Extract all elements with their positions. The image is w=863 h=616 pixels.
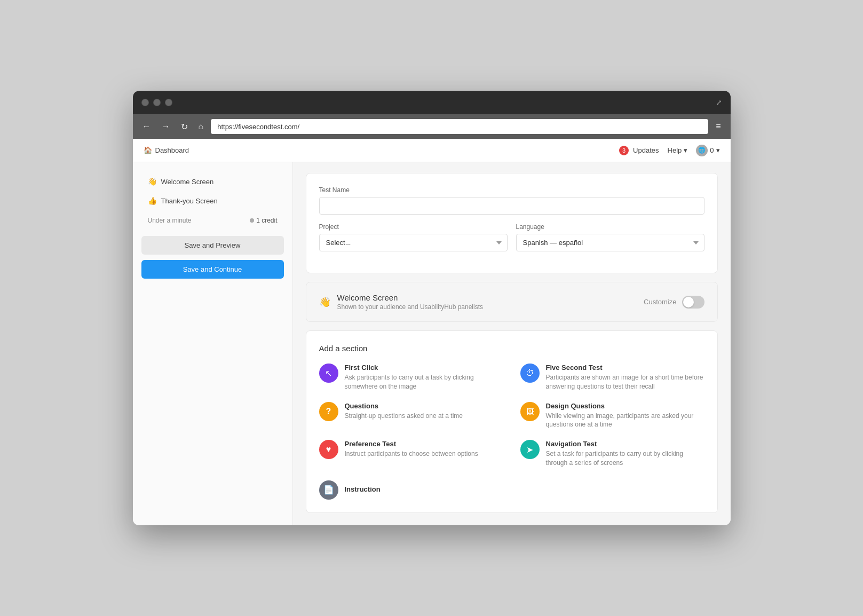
welcome-screen-label: Welcome Screen (161, 178, 214, 186)
language-group: Language Spanish — español English Frenc… (516, 223, 704, 251)
sidebar-buttons: Save and Preview Save and Continue (141, 236, 284, 279)
back-button[interactable]: ← (139, 120, 154, 133)
traffic-light-maximize[interactable] (165, 99, 172, 106)
section-item-preference-test[interactable]: ♥ Preference Test Instruct participants … (319, 440, 503, 468)
questions-title: Questions (345, 402, 503, 410)
first-click-title: First Click (345, 364, 503, 372)
main-content: Test Name Project Select... Language Spa… (293, 162, 731, 525)
address-bar[interactable]: https://fivesecondtest.com/ (211, 119, 708, 134)
menu-icon[interactable]: ≡ (712, 120, 724, 133)
test-name-input[interactable] (319, 197, 704, 215)
expand-icon[interactable]: ⤢ (716, 98, 722, 107)
user-chevron: ▾ (716, 146, 720, 154)
help-item[interactable]: Help ▾ (668, 146, 688, 154)
five-second-info: Five Second Test Participants are shown … (546, 364, 704, 391)
welcome-subtitle: Shown to your audience and UsabilityHub … (337, 303, 484, 311)
user-item[interactable]: 🌐 0 ▾ (696, 145, 719, 156)
add-section-container: Add a section ↖ First Click Ask particip… (306, 330, 718, 513)
instruction-info: Instruction (345, 485, 704, 495)
title-bar: ⤢ (133, 91, 731, 114)
section-item-first-click[interactable]: ↖ First Click Ask participants to carry … (319, 364, 503, 391)
updates-label: Updates (633, 146, 659, 154)
preference-test-title: Preference Test (345, 440, 503, 448)
add-section-title: Add a section (319, 344, 704, 353)
save-preview-button[interactable]: Save and Preview (141, 236, 284, 255)
user-count: 0 (710, 146, 714, 154)
customize-toggle[interactable] (682, 296, 704, 309)
questions-info: Questions Straight-up questions asked on… (345, 402, 503, 421)
five-second-title: Five Second Test (546, 364, 704, 372)
five-second-icon: ⏱ (520, 364, 540, 383)
section-item-navigation-test[interactable]: ➤ Navigation Test Set a task for partici… (520, 440, 704, 468)
navigation-test-icon: ➤ (520, 440, 540, 459)
navigation-test-info: Navigation Test Set a task for participa… (546, 440, 704, 468)
time-label: Under a minute (148, 217, 192, 224)
instruction-icon: 📄 (319, 480, 338, 500)
navigation-test-desc: Set a task for participants to carry out… (546, 449, 704, 468)
welcome-info: Welcome Screen Shown to your audience an… (337, 293, 484, 311)
home-button[interactable]: ⌂ (195, 120, 207, 133)
credit-label: 1 credit (256, 217, 277, 224)
updates-item[interactable]: 3 Updates (619, 146, 659, 155)
section-item-design-questions[interactable]: 🖼 Design Questions While viewing an imag… (520, 402, 704, 430)
credit-dot (250, 218, 254, 223)
sidebar: 👋 Welcome Screen 👍 Thank-you Screen Unde… (133, 162, 293, 525)
design-questions-desc: While viewing an image, participants are… (546, 412, 704, 430)
url-text: https://fivesecondtest.com/ (217, 123, 299, 131)
form-row: Project Select... Language Spanish — esp… (319, 223, 704, 260)
first-click-info: First Click Ask participants to carry ou… (345, 364, 503, 391)
thankyou-screen-label: Thank-you Screen (161, 197, 218, 205)
welcome-left: 👋 Welcome Screen Shown to your audience … (319, 293, 484, 311)
updates-badge: 3 (619, 146, 629, 155)
first-click-icon: ↖ (319, 364, 338, 383)
section-grid: ↖ First Click Ask participants to carry … (319, 364, 704, 468)
toggle-thumb (683, 297, 694, 307)
dashboard-home-icon: 🏠 (144, 146, 152, 154)
sidebar-meta: Under a minute 1 credit (141, 214, 284, 227)
welcome-right: Customize (644, 296, 704, 309)
traffic-light-minimize[interactable] (153, 99, 161, 106)
questions-icon: ? (319, 402, 338, 421)
project-label: Project (319, 223, 508, 231)
form-section: Test Name Project Select... Language Spa… (306, 173, 718, 273)
five-second-desc: Participants are shown an image for a sh… (546, 373, 704, 391)
test-name-group: Test Name (319, 186, 704, 215)
user-avatar: 🌐 (696, 145, 708, 156)
welcome-screen-icon: 👋 (148, 177, 157, 186)
instruction-title: Instruction (345, 485, 704, 493)
traffic-light-close[interactable] (141, 99, 149, 106)
sidebar-item-welcome-screen[interactable]: 👋 Welcome Screen (141, 173, 284, 190)
welcome-title: Welcome Screen (337, 293, 484, 302)
preference-test-icon: ♥ (319, 440, 338, 459)
help-chevron: ▾ (684, 146, 687, 154)
traffic-lights (141, 99, 172, 106)
nav-right: 3 Updates Help ▾ 🌐 0 ▾ (619, 145, 719, 156)
project-select[interactable]: Select... (319, 234, 508, 251)
language-select[interactable]: Spanish — español English French German (516, 234, 704, 251)
help-label: Help (668, 146, 682, 154)
browser-window: ⤢ ← → ↻ ⌂ https://fivesecondtest.com/ ≡ … (133, 91, 731, 525)
preference-test-info: Preference Test Instruct participants to… (345, 440, 503, 459)
nav-left: 🏠 Dashboard (144, 146, 189, 154)
design-questions-title: Design Questions (546, 402, 704, 410)
navigation-test-title: Navigation Test (546, 440, 704, 448)
first-click-desc: Ask participants to carry out a task by … (345, 373, 503, 391)
design-questions-icon: 🖼 (520, 402, 540, 421)
thankyou-screen-icon: 👍 (148, 196, 157, 205)
preference-test-desc: Instruct participants to choose between … (345, 449, 503, 459)
section-item-questions[interactable]: ? Questions Straight-up questions asked … (319, 402, 503, 430)
section-item-instruction[interactable]: 📄 Instruction (319, 478, 704, 500)
page-content: 👋 Welcome Screen 👍 Thank-you Screen Unde… (133, 162, 731, 525)
credit-badge: 1 credit (250, 217, 277, 224)
welcome-screen-section: 👋 Welcome Screen Shown to your audience … (306, 282, 718, 322)
save-continue-button[interactable]: Save and Continue (141, 260, 284, 279)
toolbar: ← → ↻ ⌂ https://fivesecondtest.com/ ≡ (133, 114, 731, 139)
dashboard-label[interactable]: Dashboard (155, 146, 189, 154)
reload-button[interactable]: ↻ (178, 120, 191, 134)
project-group: Project Select... (319, 223, 508, 251)
sidebar-item-thankyou-screen[interactable]: 👍 Thank-you Screen (141, 192, 284, 209)
customize-label: Customize (644, 298, 676, 306)
section-item-five-second[interactable]: ⏱ Five Second Test Participants are show… (520, 364, 704, 391)
test-name-label: Test Name (319, 186, 704, 194)
forward-button[interactable]: → (159, 120, 173, 133)
